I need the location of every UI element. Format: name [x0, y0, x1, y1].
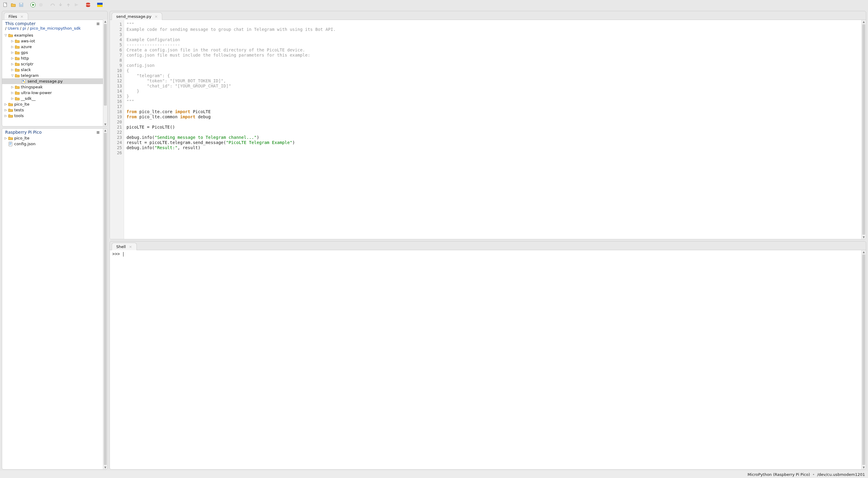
step-into-button[interactable] [57, 1, 64, 8]
chevron-right-icon[interactable]: ▷ [4, 136, 7, 140]
tree-item-label: __sdk__ [21, 96, 36, 101]
debug-button[interactable] [37, 1, 44, 8]
editor-tab-label: send_message.py [116, 14, 151, 19]
open-file-button[interactable] [10, 1, 17, 8]
chevron-right-icon[interactable]: ▷ [10, 51, 14, 54]
scrollbar-vertical[interactable]: ▲ ▼ [861, 20, 866, 239]
run-button[interactable] [29, 1, 36, 8]
tree-row[interactable]: ▷aws-iot [2, 38, 103, 44]
chevron-right-icon[interactable]: ▷ [10, 62, 14, 66]
tree-row[interactable]: ▷http [2, 55, 103, 61]
chevron-right-icon[interactable]: ▷ [10, 97, 14, 100]
toolbar: STOP [0, 0, 868, 10]
tree-row[interactable]: ▷azure [2, 44, 103, 50]
scrollbar-vertical[interactable]: ▲ ▼ [103, 20, 107, 126]
chevron-right-icon[interactable]: ▷ [10, 57, 14, 60]
tree-row[interactable]: ▷tools [2, 113, 103, 119]
svg-rect-9 [97, 3, 102, 5]
tree-row[interactable]: ▷__sdk__ [2, 96, 103, 101]
save-file-button[interactable] [18, 1, 25, 8]
hamburger-icon[interactable]: ≡ [96, 21, 100, 26]
tree-row[interactable]: ▷ultra-low-power [2, 90, 103, 96]
shell-panel: Shell × >>> ▲ ▼ [110, 241, 866, 470]
folder-icon [8, 114, 13, 118]
tree-item-label: tests [14, 108, 24, 112]
chevron-right-icon[interactable]: ▷ [4, 108, 7, 111]
hamburger-icon[interactable]: ≡ [96, 130, 100, 135]
chevron-right-icon[interactable]: ▷ [4, 102, 7, 106]
chevron-right-icon[interactable]: ▷ [10, 45, 14, 49]
tree-row[interactable]: config.json [2, 141, 103, 147]
chevron-right-icon[interactable]: ▷ [4, 114, 7, 117]
pico-tree[interactable]: ▷pico_lteconfig.json [2, 135, 103, 469]
editor-panel: send_message.py × 1 2 3 4 5 6 7 8 9 10 1… [110, 11, 866, 239]
editor-tab[interactable]: send_message.py × [112, 12, 162, 20]
tree-row[interactable]: ▷tests [2, 107, 103, 113]
svg-rect-14 [9, 142, 12, 146]
tree-row[interactable]: ▷pico_lte [2, 135, 103, 141]
close-icon[interactable]: × [154, 14, 158, 19]
tree-item-label: gps [21, 50, 28, 55]
folder-icon [15, 56, 20, 61]
resume-button[interactable] [73, 1, 80, 8]
tree-row[interactable]: ▽examples [2, 32, 103, 38]
this-computer-breadcrumb[interactable]: / Users / pi / pico_lte_micropython_sdk [2, 26, 103, 32]
this-computer-header: This computer ≡ [2, 20, 103, 26]
svg-rect-11 [22, 79, 25, 84]
pico-panel: Raspberry Pi Pico ≡ ▷pico_lteconfig.json… [2, 128, 108, 470]
stop-button[interactable]: STOP [85, 1, 91, 8]
files-tabrow: Files × [2, 11, 107, 20]
file-icon [8, 141, 13, 147]
tree-item-label: tools [14, 114, 24, 118]
tree-row[interactable]: ▷pico_lte [2, 101, 103, 107]
scrollbar-vertical[interactable]: ▲ ▼ [861, 250, 866, 469]
code-editor[interactable]: """ Example code for sending message to … [124, 20, 861, 239]
tree-row[interactable]: ▷scriptr [2, 61, 103, 67]
folder-icon [15, 91, 20, 95]
port-label[interactable]: /dev/cu.usbmodem1201 [817, 472, 865, 477]
svg-text:STOP: STOP [85, 4, 91, 6]
scrollbar-vertical[interactable]: ▲ ▼ [103, 129, 107, 469]
tree-item-label: thingspeak [21, 85, 43, 89]
main-area: Files × This computer ≡ / Users / pi / p… [0, 10, 868, 471]
shell-body[interactable]: >>> [110, 250, 861, 469]
chevron-right-icon[interactable]: ▷ [10, 39, 14, 43]
tree-row[interactable]: send_message.py [2, 78, 103, 84]
ukraine-flag-button[interactable] [96, 1, 103, 8]
folder-icon [8, 108, 13, 113]
tree-row[interactable]: ▷slack [2, 67, 103, 73]
editor-tabrow: send_message.py × [110, 11, 866, 20]
shell-prompt: >>> [112, 251, 123, 256]
close-icon[interactable]: × [129, 245, 132, 249]
chevron-down-icon[interactable]: ▽ [4, 34, 7, 37]
chevron-right-icon[interactable]: ▷ [10, 85, 14, 89]
svg-rect-2 [20, 3, 22, 4]
folder-icon [15, 44, 20, 49]
step-out-button[interactable] [65, 1, 72, 8]
statusbar: MicroPython (Raspberry Pi Pico) • /dev/c… [0, 471, 868, 478]
shell-tabrow: Shell × [110, 242, 866, 250]
editor-host: 1 2 3 4 5 6 7 8 9 10 11 12 13 14 15 16 1… [110, 20, 866, 239]
folder-icon [15, 50, 20, 55]
folder-icon [8, 33, 13, 38]
new-file-button[interactable] [2, 1, 9, 8]
shell-tab[interactable]: Shell × [112, 243, 137, 250]
tree-item-label: http [21, 56, 29, 61]
shell-tab-label: Shell [116, 245, 126, 249]
chevron-down-icon[interactable]: ▽ [10, 74, 14, 77]
tree-item-label: pico_lte [14, 136, 29, 140]
chevron-right-icon[interactable]: ▷ [10, 68, 14, 71]
interpreter-label[interactable]: MicroPython (Raspberry Pi Pico) [748, 472, 810, 477]
chevron-right-icon[interactable]: ▷ [10, 91, 14, 94]
left-column: Files × This computer ≡ / Users / pi / p… [0, 10, 109, 471]
tree-row[interactable]: ▷gps [2, 50, 103, 55]
tree-item-label: telegram [21, 73, 39, 78]
step-over-button[interactable] [49, 1, 56, 8]
tab-files[interactable]: Files × [4, 12, 28, 20]
this-computer-tree[interactable]: ▽examples▷aws-iot▷azure▷gps▷http▷scriptr… [2, 32, 103, 126]
tree-row[interactable]: ▽telegram [2, 73, 103, 78]
tree-row[interactable]: ▷thingspeak [2, 84, 103, 90]
this-computer-title: This computer [5, 21, 36, 26]
tree-item-label: slack [21, 67, 31, 72]
close-icon[interactable]: × [20, 14, 24, 19]
